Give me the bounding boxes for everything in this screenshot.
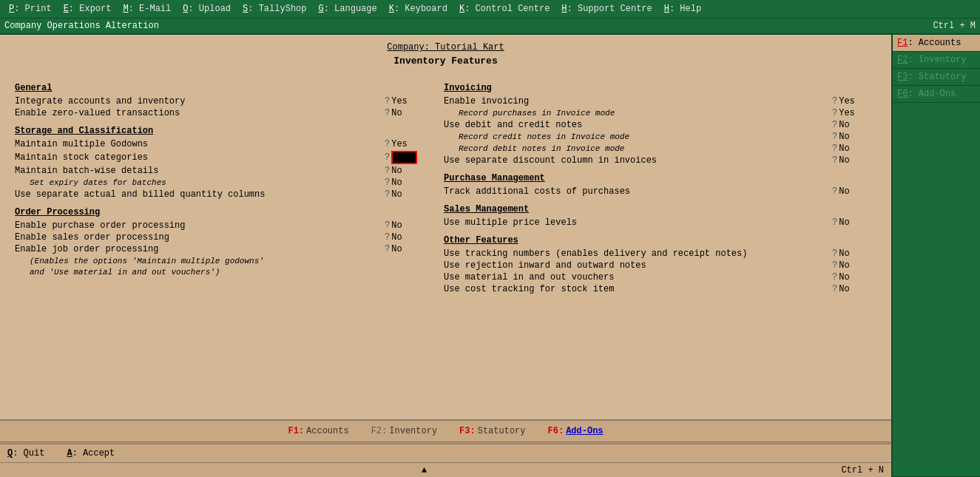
right-sidebar: F1: Accounts F2: Inventory F3: Statutory… xyxy=(891,35,980,477)
job-order-note: (Enables the options 'Maintain multiple … xyxy=(30,256,429,279)
field-discount-column[interactable]: Use separate discount column in invoices… xyxy=(444,155,876,166)
bottom-status-bar: Q: Quit A: Accept xyxy=(0,444,891,462)
menu-help[interactable]: H: Help xyxy=(658,2,707,16)
right-column: Invoicing Enable invoicing ? Yes Record … xyxy=(444,75,876,296)
field-credit-notes-invoice[interactable]: Record credit notes in Invoice mode ? No xyxy=(444,132,876,142)
field-price-levels[interactable]: Use multiple price levels ? No xyxy=(444,217,876,228)
field-tracking-numbers[interactable]: Use tracking numbers (enables delivery a… xyxy=(444,248,876,259)
content-area: Company: Tutorial Kart Inventory Feature… xyxy=(0,35,891,477)
field-enable-invoicing[interactable]: Enable invoicing ? Yes xyxy=(444,96,876,106)
section-invoicing: Invoicing xyxy=(444,83,876,93)
sidebar-empty-1 xyxy=(893,103,980,477)
top-menu-bar: P: Print E: Export M: E-Mail O: Upload S… xyxy=(0,0,980,18)
field-job-order[interactable]: Enable job order processing ? No xyxy=(15,244,429,254)
field-stock-categories[interactable]: Maintain stock categories ? Yes xyxy=(15,151,429,164)
menu-support-centre[interactable]: H: Support Centre xyxy=(555,2,658,16)
fkey-addons[interactable]: F6: Add-Ons xyxy=(548,426,604,436)
menu-print[interactable]: P: Print xyxy=(3,2,58,16)
field-expiry-dates[interactable]: Set expiry dates for batches ? No xyxy=(15,177,429,188)
fkey-accounts[interactable]: F1: Accounts xyxy=(288,426,348,436)
sidebar-item-addons[interactable]: F6: Add-Ons xyxy=(893,86,980,103)
menu-language[interactable]: G: Language xyxy=(312,2,382,16)
field-rejection-notes[interactable]: Use rejection inward and outward notes ?… xyxy=(444,260,876,271)
sidebar-item-statutory[interactable]: F3: Statutory xyxy=(893,69,980,86)
form-title: Inventory Features xyxy=(15,55,876,67)
company-name: Company: Tutorial Kart xyxy=(15,42,876,53)
menu-keyboard[interactable]: K: Keyboard xyxy=(383,2,453,16)
fkey-inventory[interactable]: F2: Inventory xyxy=(371,426,437,436)
title-bar: Company Operations Alteration Ctrl + M xyxy=(0,18,980,35)
field-purchase-order[interactable]: Enable purchase order processing ? No xyxy=(15,220,429,231)
field-zero-valued[interactable]: Enable zero-valued transactions ? No xyxy=(15,108,429,118)
up-arrow[interactable]: ▲ xyxy=(422,465,427,476)
field-cost-tracking[interactable]: Use cost tracking for stock item ? No xyxy=(444,284,876,294)
two-column-layout: General Integrate accounts and inventory… xyxy=(15,75,876,296)
section-order-processing: Order Processing xyxy=(15,207,429,217)
status-accept[interactable]: A: Accept xyxy=(67,448,115,459)
menu-tallyshop[interactable]: S: TallyShop xyxy=(237,2,312,16)
field-additional-costs[interactable]: Track additional costs of purchases ? No xyxy=(444,186,876,197)
section-purchase-mgmt: Purchase Management xyxy=(444,173,876,183)
field-batch-details[interactable]: Maintain batch-wise details ? No xyxy=(15,166,429,176)
menu-email[interactable]: M: E-Mail xyxy=(117,2,177,16)
field-debit-credit-notes[interactable]: Use debit and credit notes ? No xyxy=(444,120,876,130)
sidebar-item-inventory[interactable]: F2: Inventory xyxy=(893,52,980,69)
title-text: Company Operations Alteration xyxy=(4,21,159,31)
field-multiple-godowns[interactable]: Maintain multiple Godowns ? Yes xyxy=(15,139,429,149)
field-sales-order[interactable]: Enable sales order processing ? No xyxy=(15,232,429,243)
bottom-fkey-bar: F1: Accounts F2: Inventory F3: Statutory… xyxy=(0,419,891,442)
section-storage: Storage and Classification xyxy=(15,126,429,136)
field-quantity-columns[interactable]: Use separate actual and billed quantity … xyxy=(15,189,429,200)
form-area: Company: Tutorial Kart Inventory Feature… xyxy=(0,35,891,419)
menu-control-centre[interactable]: K: Control Centre xyxy=(453,2,555,16)
menu-upload[interactable]: O: Upload xyxy=(177,2,237,16)
section-sales-mgmt: Sales Management xyxy=(444,204,876,214)
sidebar-item-accounts[interactable]: F1: Accounts xyxy=(893,35,980,52)
field-debit-notes-invoice[interactable]: Record debit notes in Invoice mode ? No xyxy=(444,143,876,154)
field-integrate-accounts[interactable]: Integrate accounts and inventory ? Yes xyxy=(15,96,429,106)
section-general: General xyxy=(15,83,429,93)
field-material-vouchers[interactable]: Use material in and out vouchers ? No xyxy=(444,272,876,283)
left-column: General Integrate accounts and inventory… xyxy=(15,75,429,296)
fkey-statutory[interactable]: F3: Statutory xyxy=(459,426,525,436)
section-other-features: Other Features xyxy=(444,235,876,246)
main-layout: Company: Tutorial Kart Inventory Feature… xyxy=(0,35,980,477)
field-purchases-invoice[interactable]: Record purchases in Invoice mode ? Yes xyxy=(444,108,876,118)
status-quit[interactable]: Q: Quit xyxy=(7,448,44,459)
menu-export[interactable]: E: Export xyxy=(58,2,118,16)
ctrl-n: Ctrl + N xyxy=(841,465,884,476)
arrow-bar: ▲ Ctrl + N xyxy=(0,462,891,477)
ctrl-shortcut: Ctrl + M xyxy=(933,21,976,31)
